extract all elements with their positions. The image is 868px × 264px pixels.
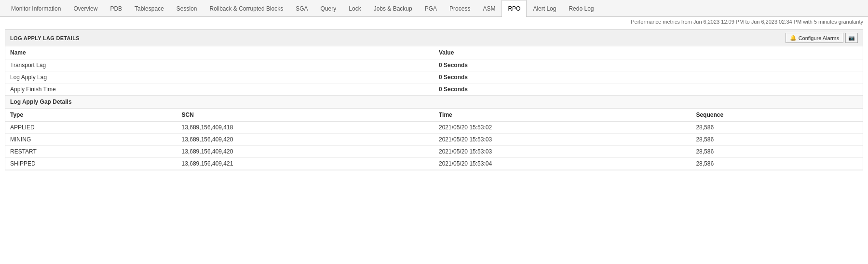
gap-col-sequence: Sequence [691, 109, 863, 122]
configure-alarms-button[interactable]: 🔔 Configure Alarms [786, 33, 843, 43]
gap-row-scn: 13,689,156,409,420 [177, 146, 434, 158]
gap-row-sequence: 28,586 [691, 158, 863, 170]
tab-pdb[interactable]: PDB [104, 0, 128, 17]
gap-col-scn: SCN [177, 109, 434, 122]
gap-row: APPLIED 13,689,156,409,418 2021/05/20 15… [5, 122, 863, 134]
gap-row: MINING 13,689,156,409,420 2021/05/20 15:… [5, 134, 863, 146]
lag-row-name: Transport Lag [5, 59, 434, 71]
lag-row-value: 0 Seconds [434, 59, 863, 71]
lag-row-name: Apply Finish Time [5, 83, 434, 96]
tab-sga[interactable]: SGA [289, 0, 314, 17]
configure-alarms-label: Configure Alarms [799, 35, 839, 41]
gap-row-sequence: 28,586 [691, 134, 863, 146]
log-apply-lag-panel: LOG APPLY LAG DETAILS 🔔 Configure Alarms… [5, 29, 863, 170]
gap-row-scn: 13,689,156,409,420 [177, 134, 434, 146]
perf-metrics-text: Performance metrics from Jun 6,2023 12:0… [0, 17, 868, 27]
gap-col-type: Type [5, 109, 177, 122]
gap-row-scn: 13,689,156,409,421 [177, 158, 434, 170]
tab-monitor-information[interactable]: Monitor Information [5, 0, 67, 17]
tab-jobs-backup[interactable]: Jobs & Backup [367, 0, 419, 17]
lag-row-value: 0 Seconds [434, 83, 863, 96]
lag-row: Log Apply Lag 0 Seconds [5, 71, 863, 83]
gap-row-time: 2021/05/20 15:53:03 [434, 146, 691, 158]
gap-row-type: SHIPPED [5, 158, 177, 170]
export-icon: 📷 [848, 35, 855, 41]
lag-col-name: Name [5, 46, 434, 59]
gap-row-time: 2021/05/20 15:53:03 [434, 134, 691, 146]
gap-row-type: APPLIED [5, 122, 177, 134]
panel-title: LOG APPLY LAG DETAILS [10, 35, 80, 41]
tab-tablespace[interactable]: Tablespace [128, 0, 170, 17]
panel-actions: 🔔 Configure Alarms 📷 [786, 33, 858, 43]
gap-row-time: 2021/05/20 15:53:04 [434, 158, 691, 170]
gap-sub-header: Log Apply Gap Details [5, 95, 863, 109]
tab-query[interactable]: Query [314, 0, 343, 17]
gap-row: RESTART 13,689,156,409,420 2021/05/20 15… [5, 146, 863, 158]
gap-row-type: RESTART [5, 146, 177, 158]
tab-process[interactable]: Process [443, 0, 476, 17]
lag-col-value: Value [434, 46, 863, 59]
gap-row-time: 2021/05/20 15:53:02 [434, 122, 691, 134]
gap-row-scn: 13,689,156,409,418 [177, 122, 434, 134]
lag-row-name: Log Apply Lag [5, 71, 434, 83]
bell-icon: 🔔 [790, 35, 797, 41]
lag-row-value: 0 Seconds [434, 71, 863, 83]
gap-row: SHIPPED 13,689,156,409,421 2021/05/20 15… [5, 158, 863, 170]
tab-lock[interactable]: Lock [342, 0, 367, 17]
tab-session[interactable]: Session [170, 0, 203, 17]
tab-overview[interactable]: Overview [67, 0, 104, 17]
tab-pga[interactable]: PGA [419, 0, 443, 17]
gap-row-sequence: 28,586 [691, 122, 863, 134]
gap-table: Type SCN Time Sequence APPLIED 13,689,15… [5, 109, 863, 170]
export-button[interactable]: 📷 [845, 33, 858, 43]
lag-row: Transport Lag 0 Seconds [5, 59, 863, 71]
tab-rpo[interactable]: RPO [502, 0, 527, 17]
gap-col-time: Time [434, 109, 691, 122]
tab-redo-log[interactable]: Redo Log [562, 0, 600, 17]
tab-asm[interactable]: ASM [476, 0, 502, 17]
tab-rollback[interactable]: Rollback & Corrupted Blocks [203, 0, 290, 17]
lag-table: Name Value Transport Lag 0 Seconds Log A… [5, 46, 863, 95]
tab-bar: Monitor InformationOverviewPDBTablespace… [0, 0, 868, 17]
gap-row-type: MINING [5, 134, 177, 146]
panel-header: LOG APPLY LAG DETAILS 🔔 Configure Alarms… [5, 30, 863, 46]
lag-row: Apply Finish Time 0 Seconds [5, 83, 863, 96]
gap-row-sequence: 28,586 [691, 146, 863, 158]
tab-alert-log[interactable]: Alert Log [527, 0, 562, 17]
